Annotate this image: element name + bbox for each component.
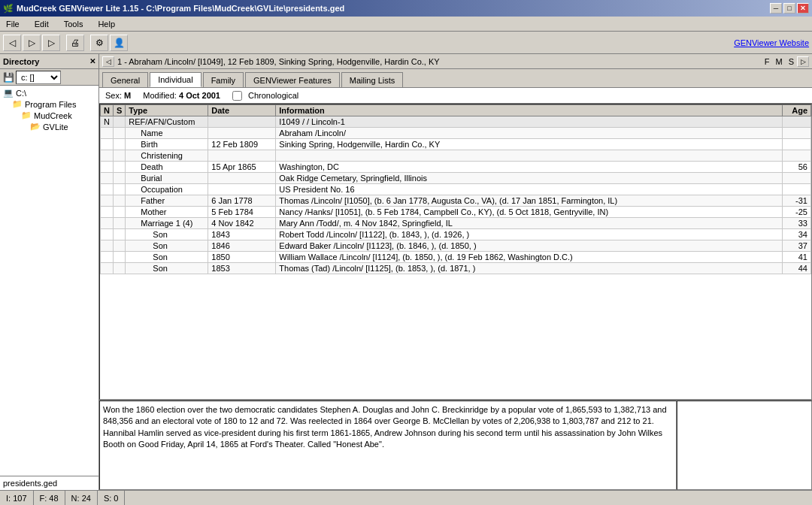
nav-record-text: 1 - Abraham /Lincoln/ [I1049], 12 Feb 18… bbox=[117, 57, 762, 66]
tree-item-c[interactable]: 💻 C:\ bbox=[2, 87, 97, 98]
nav-s-link[interactable]: S bbox=[789, 57, 794, 66]
tree-item-mudcreek[interactable]: 📁 MudCreek bbox=[20, 110, 97, 121]
directory-title: Directory bbox=[3, 57, 39, 66]
menu-edit[interactable]: Edit bbox=[32, 18, 52, 30]
folder-icon: 📁 bbox=[12, 99, 23, 109]
chronological-label[interactable]: Chronological bbox=[232, 91, 298, 101]
cell-type: Mother bbox=[126, 207, 208, 218]
header-date: Date bbox=[208, 105, 276, 116]
table-row[interactable]: Mother 5 Feb 1784 Nancy /Hanks/ [I1051],… bbox=[101, 207, 811, 218]
cell-s bbox=[113, 184, 125, 195]
notes-input-area[interactable] bbox=[677, 401, 812, 490]
tabs-bar: General Individual Family GENViewer Feat… bbox=[99, 69, 812, 87]
cell-type: Christening bbox=[126, 150, 208, 162]
nav-next-button[interactable]: ▷ bbox=[797, 56, 809, 67]
table-row[interactable]: Son 1846 Edward Baker /Lincoln/ [I1123],… bbox=[101, 240, 811, 252]
drive-combo[interactable]: c: [] bbox=[16, 71, 61, 84]
tab-individual[interactable]: Individual bbox=[150, 72, 201, 87]
table-row[interactable]: Name Abraham /Lincoln/ bbox=[101, 128, 811, 139]
cell-type: Marriage 1 (4) bbox=[126, 218, 208, 229]
cell-info: Nancy /Hanks/ [I1051], (b. 5 Feb 1784, C… bbox=[276, 207, 783, 218]
table-row[interactable]: Birth 12 Feb 1809 Sinking Spring, Hodgen… bbox=[101, 139, 811, 150]
print-button[interactable]: 🖨 bbox=[66, 35, 84, 51]
genviewer-website-link[interactable]: GENViewer Website bbox=[734, 38, 809, 47]
tab-mailing-lists[interactable]: Mailing Lists bbox=[341, 72, 404, 87]
forward-button[interactable]: ▷ bbox=[23, 35, 41, 51]
cell-info: William Wallace /Lincoln/ [I1124], (b. 1… bbox=[276, 252, 783, 263]
table-row[interactable]: Father 6 Jan 1778 Thomas /Lincoln/ [I105… bbox=[101, 195, 811, 207]
directory-panel: Directory ✕ 💾 c: [] 💻 C:\ 📁 Program File… bbox=[0, 54, 99, 490]
chronological-checkbox[interactable] bbox=[232, 91, 242, 101]
menu-help[interactable]: Help bbox=[95, 18, 118, 30]
cell-info: I1049 / / Lincoln-1 bbox=[276, 116, 783, 128]
cell-s bbox=[113, 150, 125, 162]
cell-info: Robert Todd /Lincoln/ [I1122], (b. 1843,… bbox=[276, 229, 783, 240]
cell-age bbox=[783, 139, 811, 150]
tool1-button[interactable]: ⚙ bbox=[90, 35, 108, 51]
titlebar-controls: ─ □ ✕ bbox=[770, 3, 809, 14]
table-row[interactable]: Death 15 Apr 1865 Washington, DC 56 bbox=[101, 162, 811, 173]
cell-n bbox=[101, 173, 114, 184]
nav-prev-button[interactable]: ◁ bbox=[102, 56, 114, 67]
table-row[interactable]: Burial Oak Ridge Cemetary, Springfield, … bbox=[101, 173, 811, 184]
titlebar: 🌿 MudCreek GENViewer Lite 1.15 - C:\Prog… bbox=[0, 0, 812, 17]
folder-icon: 💻 bbox=[3, 88, 14, 98]
cell-age bbox=[783, 173, 811, 184]
table-row[interactable]: N REF/AFN/Custom I1049 / / Lincoln-1 bbox=[101, 116, 811, 128]
bottom-area: Won the 1860 election over the two democ… bbox=[99, 400, 812, 490]
records-table: N S Type Date Information Age N REF/AFN/… bbox=[100, 104, 811, 274]
tab-general[interactable]: General bbox=[102, 72, 148, 87]
forward2-button[interactable]: ▷ bbox=[42, 35, 60, 51]
cell-type: Occupation bbox=[126, 184, 208, 195]
cell-date bbox=[208, 173, 276, 184]
table-row[interactable]: Son 1843 Robert Todd /Lincoln/ [I1122], … bbox=[101, 229, 811, 240]
minimize-button[interactable]: ─ bbox=[770, 3, 782, 14]
nav-m-link[interactable]: M bbox=[775, 57, 782, 66]
cell-type: Burial bbox=[126, 173, 208, 184]
table-row[interactable]: Marriage 1 (4) 4 Nov 1842 Mary Ann /Todd… bbox=[101, 218, 811, 229]
cell-s bbox=[113, 229, 125, 240]
toolbar: ◁ ▷ ▷ 🖨 ⚙ 👤 GENViewer Website bbox=[0, 32, 812, 54]
table-row[interactable]: Son 1853 Thomas (Tad) /Lincoln/ [I1125],… bbox=[101, 263, 811, 274]
menu-tools[interactable]: Tools bbox=[61, 18, 86, 30]
tree-item-gvlite[interactable]: 📂 GVLite bbox=[29, 121, 97, 132]
cell-info: Washington, DC bbox=[276, 162, 783, 173]
maximize-button[interactable]: □ bbox=[783, 3, 795, 14]
cell-n bbox=[101, 229, 114, 240]
table-row[interactable]: Son 1850 William Wallace /Lincoln/ [I112… bbox=[101, 252, 811, 263]
menubar: File Edit Tools Help bbox=[0, 17, 812, 32]
cell-n bbox=[101, 162, 114, 173]
cell-info: Sinking Spring, Hodgenville, Hardin Co.,… bbox=[276, 139, 783, 150]
cell-type: Birth bbox=[126, 139, 208, 150]
cell-s bbox=[113, 139, 125, 150]
tree-item-program-files[interactable]: 📁 Program Files bbox=[11, 98, 97, 110]
titlebar-left: 🌿 MudCreek GENViewer Lite 1.15 - C:\Prog… bbox=[3, 4, 344, 14]
table-row[interactable]: Occupation US President No. 16 bbox=[101, 184, 811, 195]
cell-s bbox=[113, 173, 125, 184]
header-type: Type bbox=[126, 105, 208, 116]
info-row: Sex: M Modified: 4 Oct 2001 Chronologica… bbox=[99, 87, 812, 104]
records-table-wrapper[interactable]: N S Type Date Information Age N REF/AFN/… bbox=[99, 104, 812, 400]
cell-info: Mary Ann /Todd/, m. 4 Nov 1842, Springfi… bbox=[276, 218, 783, 229]
tab-family[interactable]: Family bbox=[203, 72, 244, 87]
cell-n bbox=[101, 207, 114, 218]
back-button[interactable]: ◁ bbox=[3, 35, 21, 51]
cell-info: Thomas /Lincoln/ [I1050], (b. 6 Jan 1778… bbox=[276, 195, 783, 207]
nav-f-link[interactable]: F bbox=[765, 57, 770, 66]
directory-header: Directory ✕ bbox=[0, 54, 98, 69]
content-panel: ◁ 1 - Abraham /Lincoln/ [I1049], 12 Feb … bbox=[99, 54, 812, 490]
close-button[interactable]: ✕ bbox=[797, 3, 809, 14]
drive-selector: 💾 c: [] bbox=[0, 69, 98, 86]
cell-n bbox=[101, 252, 114, 263]
cell-age bbox=[783, 184, 811, 195]
table-row[interactable]: Christening bbox=[101, 150, 811, 162]
tool2-button[interactable]: 👤 bbox=[110, 35, 128, 51]
close-directory-button[interactable]: ✕ bbox=[89, 57, 95, 65]
cell-info: Edward Baker /Lincoln/ [I1123], (b. 1846… bbox=[276, 240, 783, 252]
cell-age: 56 bbox=[783, 162, 811, 173]
cell-age: 37 bbox=[783, 240, 811, 252]
cell-date: 5 Feb 1784 bbox=[208, 207, 276, 218]
tab-genviewer-features[interactable]: GENViewer Features bbox=[245, 72, 340, 87]
menu-file[interactable]: File bbox=[3, 18, 23, 30]
header-s: S bbox=[113, 105, 125, 116]
